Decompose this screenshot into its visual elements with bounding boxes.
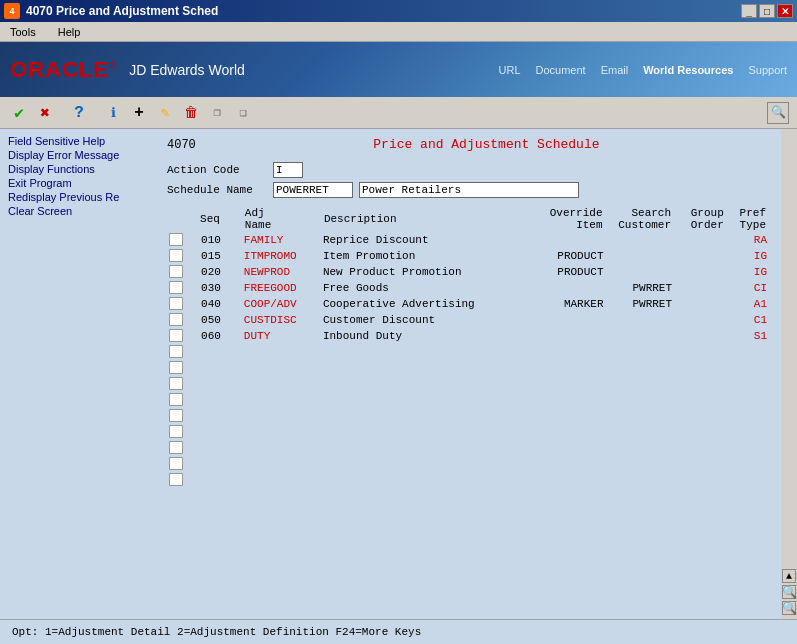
row-group [674, 312, 727, 328]
row-checkbox[interactable] [167, 232, 186, 248]
app-icon: 4 [4, 3, 20, 19]
col-header-seq: Seq [186, 206, 223, 232]
row-group [674, 296, 727, 312]
title-bar: 4 4070 Price and Adjustment Sched _ □ ✕ [0, 0, 797, 22]
col-header-override: OverrideItem [532, 206, 606, 232]
close-button[interactable]: ✕ [777, 4, 793, 18]
nav-url[interactable]: URL [499, 64, 521, 76]
toolbar-edit-button[interactable]: ✎ [154, 102, 176, 124]
scroll-zoom-out[interactable]: 🔍 [782, 601, 796, 615]
schedule-name-code[interactable] [273, 182, 353, 198]
maximize-button[interactable]: □ [759, 4, 775, 18]
row-override: MARKER [532, 296, 606, 312]
row-search [606, 232, 675, 248]
form-area: 4070 Price and Adjustment Schedule Actio… [155, 129, 781, 619]
toolbar-search-button[interactable]: 🔍 [767, 102, 789, 124]
row-search [606, 248, 675, 264]
form-header-row: 4070 Price and Adjustment Schedule [167, 137, 769, 160]
form-title: Price and Adjustment Schedule [204, 137, 769, 152]
menu-bar: Tools Help [0, 22, 797, 42]
action-code-row: Action Code [167, 162, 769, 178]
schedule-name-description[interactable] [359, 182, 579, 198]
minimize-button[interactable]: _ [741, 4, 757, 18]
row-description: New Product Promotion [321, 264, 532, 280]
col-header-pref: PrefType [727, 206, 769, 232]
window-controls[interactable]: _ □ ✕ [741, 4, 793, 18]
sidebar-item-display-functions[interactable]: Display Functions [8, 162, 147, 176]
empty-table-row [167, 440, 769, 456]
adjustment-table: Seq AdjName Description OverrideItem Sea… [167, 206, 769, 488]
sidebar-item-field-sensitive-help[interactable]: Field Sensitive Help [8, 134, 147, 148]
table-row: 040COOP/ADVCooperative AdvertisingMARKER… [167, 296, 769, 312]
col-header-search: SearchCustomer [606, 206, 675, 232]
row-pref-type: CI [727, 280, 769, 296]
oracle-logo: ORACLE® JD Edwards World [10, 57, 245, 83]
toolbar-cancel-button[interactable]: ✖ [34, 102, 56, 124]
menu-help[interactable]: Help [52, 24, 87, 40]
table-row: 010FAMILYReprice DiscountRA [167, 232, 769, 248]
toolbar-info-button[interactable]: ℹ [102, 102, 124, 124]
table-row: 050CUSTDISCCustomer DiscountC1 [167, 312, 769, 328]
col-header-spacer [223, 206, 242, 232]
table-header-row: Seq AdjName Description OverrideItem Sea… [167, 206, 769, 232]
row-pref-type: C1 [727, 312, 769, 328]
row-checkbox[interactable] [167, 312, 186, 328]
row-seq: 060 [186, 328, 223, 344]
scroll-area: ▲ 🔍 🔍 [781, 129, 797, 619]
main-area: Field Sensitive Help Display Error Messa… [0, 129, 797, 619]
row-group [674, 280, 727, 296]
row-pref-type: A1 [727, 296, 769, 312]
nav-email[interactable]: Email [601, 64, 629, 76]
row-seq: 015 [186, 248, 223, 264]
empty-table-row [167, 456, 769, 472]
schedule-name-row: Schedule Name [167, 182, 769, 198]
sidebar-item-redisplay[interactable]: Redisplay Previous Re [8, 190, 147, 204]
row-checkbox[interactable] [167, 264, 186, 280]
action-code-input[interactable] [273, 162, 303, 178]
toolbar-paste-button[interactable]: ❏ [232, 102, 254, 124]
sidebar-item-display-error[interactable]: Display Error Message [8, 148, 147, 162]
row-override [532, 328, 606, 344]
toolbar-check-button[interactable]: ✔ [8, 102, 30, 124]
row-description: Cooperative Advertising [321, 296, 532, 312]
status-text: Opt: 1=Adjustment Detail 2=Adjustment De… [12, 626, 421, 638]
row-checkbox[interactable] [167, 248, 186, 264]
sidebar-item-exit-program[interactable]: Exit Program [8, 176, 147, 190]
row-adj-name: NEWPROD [242, 264, 321, 280]
toolbar-copy-button[interactable]: ❐ [206, 102, 228, 124]
empty-table-row [167, 392, 769, 408]
toolbar-delete-button[interactable]: 🗑 [180, 102, 202, 124]
sidebar-item-clear-screen[interactable]: Clear Screen [8, 204, 147, 218]
toolbar-add-button[interactable]: + [128, 102, 150, 124]
row-adj-name: ITMPROMO [242, 248, 321, 264]
row-pref-type: IG [727, 248, 769, 264]
row-seq: 010 [186, 232, 223, 248]
table-row: 030FREEGOODFree GoodsPWRRETCI [167, 280, 769, 296]
nav-support[interactable]: Support [748, 64, 787, 76]
row-checkbox[interactable] [167, 328, 186, 344]
nav-world-resources[interactable]: World Resources [643, 64, 733, 76]
scroll-zoom-in[interactable]: 🔍 [782, 585, 796, 599]
jde-text: JD Edwards World [125, 62, 245, 78]
status-bar: Opt: 1=Adjustment Detail 2=Adjustment De… [0, 619, 797, 644]
row-adj-name: FREEGOOD [242, 280, 321, 296]
toolbar: ✔ ✖ ? ℹ + ✎ 🗑 ❐ ❏ 🔍 [0, 97, 797, 129]
form-number: 4070 [167, 138, 196, 152]
toolbar-help-button[interactable]: ? [68, 102, 90, 124]
row-description: Reprice Discount [321, 232, 532, 248]
nav-links: URL Document Email World Resources Suppo… [499, 64, 787, 76]
nav-document[interactable]: Document [536, 64, 586, 76]
scroll-up-button[interactable]: ▲ [782, 569, 796, 583]
row-seq: 020 [186, 264, 223, 280]
oracle-header: ORACLE® JD Edwards World URL Document Em… [0, 42, 797, 97]
table-row: 020NEWPRODNew Product PromotionPRODUCTIG [167, 264, 769, 280]
empty-table-row [167, 424, 769, 440]
row-checkbox[interactable] [167, 280, 186, 296]
menu-tools[interactable]: Tools [4, 24, 42, 40]
row-checkbox[interactable] [167, 296, 186, 312]
empty-table-row [167, 408, 769, 424]
col-header-o [167, 206, 186, 232]
row-adj-name: CUSTDISC [242, 312, 321, 328]
col-header-adj-name: AdjName [242, 206, 321, 232]
row-description: Item Promotion [321, 248, 532, 264]
